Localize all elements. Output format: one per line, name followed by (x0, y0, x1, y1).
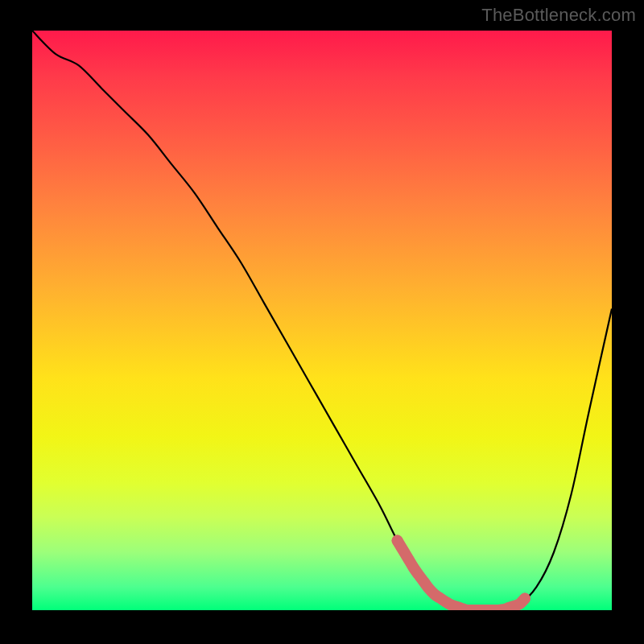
watermark-text: TheBottleneck.com (481, 5, 636, 26)
plot-area (32, 31, 612, 610)
highlight-end-dot (519, 593, 530, 605)
curve-layer (32, 31, 612, 610)
highlight-end-dot (392, 535, 403, 547)
bottleneck-curve (32, 31, 612, 610)
highlight-segment (398, 541, 525, 610)
chart-frame: TheBottleneck.com (0, 0, 644, 644)
